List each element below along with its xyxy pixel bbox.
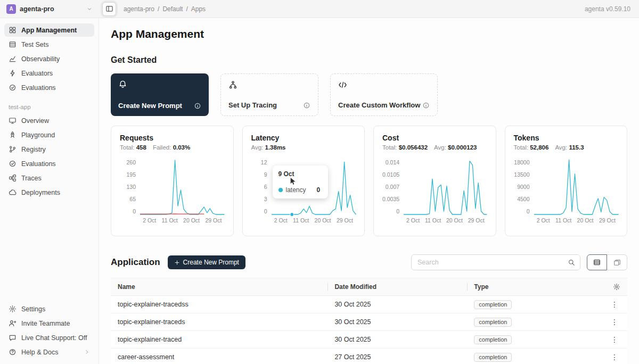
type-badge: completion: [474, 353, 512, 362]
series-dot-icon: [278, 188, 283, 192]
kebab-menu-icon[interactable]: ⋮: [609, 353, 620, 361]
create-new-prompt-button[interactable]: Create New Prompt: [168, 255, 245, 269]
get-started-card-set-up-tracing[interactable]: Set Up Tracing: [220, 73, 318, 116]
sidebar-item-overview[interactable]: Overview: [4, 114, 94, 127]
metric-title: Cost: [382, 134, 487, 142]
table-row[interactable]: topic-explainer-traced30 Oct 2025complet…: [111, 331, 627, 349]
code-icon: [338, 80, 430, 89]
sidebar-item-label: Overview: [21, 117, 49, 125]
sidebar-item-label: Test Sets: [21, 41, 48, 48]
table-row[interactable]: career-assessment27 Oct 2025completion⋮: [111, 349, 627, 364]
sidebar-item-registry[interactable]: Registry: [4, 143, 94, 156]
kebab-menu-icon[interactable]: ⋮: [609, 318, 620, 326]
table-header: Name Date Modified Type: [111, 278, 627, 296]
x-axis-labels: 2 Oct11 Oct20 Oct29 Oct: [534, 217, 619, 224]
sidebar-item-label: Evaluations: [21, 160, 56, 168]
cost-line-chart: [404, 159, 487, 214]
search-input[interactable]: [412, 255, 563, 270]
tracing-icon: [228, 80, 310, 89]
app-date-modified: 30 Oct 2025: [327, 318, 467, 326]
sidebar-item-label: Playground: [21, 131, 55, 139]
sidebar-toggle-button[interactable]: [102, 2, 116, 16]
question-icon: [9, 348, 17, 356]
get-started-card-create-custom-workflow[interactable]: Create Custom Workflow: [330, 73, 438, 116]
type-badge: completion: [474, 318, 512, 327]
cloud-icon: [9, 188, 17, 196]
app-version: agenta v0.59.10: [585, 5, 639, 13]
card-view-button[interactable]: [607, 254, 627, 270]
sidebar-item-app-management[interactable]: App Management: [4, 23, 94, 37]
chart-tooltip: 9 Octlatency0: [273, 166, 328, 198]
metric-card-cost: CostTotal: $0.056432Avg: $0.00012300.003…: [373, 126, 496, 236]
x-axis-labels: 2 Oct11 Oct20 Oct29 Oct: [404, 217, 487, 224]
get-started-card-label: Set Up Tracing: [228, 101, 277, 109]
app-date-modified: 27 Oct 2025: [327, 353, 467, 361]
column-header-date-modified[interactable]: Date Modified: [327, 283, 467, 291]
panel-left-icon: [105, 5, 113, 13]
sidebar-app-nav: OverviewPlaygroundRegistryEvaluationsTra…: [4, 114, 94, 200]
breadcrumb-workspace[interactable]: agenta-pro: [124, 5, 154, 13]
sidebar-item-test-sets[interactable]: Test Sets: [4, 38, 94, 51]
info-icon[interactable]: [303, 102, 310, 109]
chevron-down-icon: [86, 6, 93, 12]
metric-card-latency: LatencyAvg: 1.38ms0369122 Oct11 Oct20 Oc…: [242, 126, 365, 236]
badge-check-icon: [9, 84, 17, 92]
table-settings-gear-icon[interactable]: [613, 283, 620, 291]
metric-stat: Avg: 1.38ms: [251, 144, 286, 151]
breadcrumb-page[interactable]: Apps: [191, 5, 206, 13]
kebab-menu-icon[interactable]: ⋮: [609, 335, 620, 344]
sidebar-item-observability[interactable]: Observability: [4, 52, 94, 65]
metric-stat: Avg: 115.3: [555, 144, 584, 151]
sidebar-item-evaluations[interactable]: Evaluations: [4, 157, 94, 170]
sidebar-item-playground[interactable]: Playground: [4, 128, 94, 142]
sidebar: App ManagementTest SetsObservabilityEval…: [0, 18, 99, 364]
tooltip-value: 0: [317, 186, 321, 194]
kebab-menu-icon[interactable]: ⋮: [609, 300, 620, 309]
sidebar-item-evaluations[interactable]: Evaluations: [4, 81, 94, 94]
sidebar-item-label: Registry: [21, 146, 46, 153]
gear-icon: [9, 305, 17, 313]
git-branch-icon: [9, 145, 17, 153]
info-icon[interactable]: [422, 102, 430, 109]
breadcrumb-project[interactable]: Default: [162, 5, 183, 13]
sidebar-item-label: App Management: [21, 27, 77, 34]
metric-stat: Total: 52,806: [514, 144, 549, 151]
sidebar-item-settings[interactable]: Settings: [4, 302, 94, 316]
metric-title: Requests: [120, 134, 225, 142]
search-button[interactable]: [563, 255, 580, 270]
sidebar-item-label: Evaluators: [21, 70, 53, 77]
sidebar-item-help-docs[interactable]: Help & Docs: [4, 345, 94, 359]
column-header-name[interactable]: Name: [111, 283, 327, 291]
y-axis-labels: 0450090001350018000: [514, 159, 530, 214]
table-view-button[interactable]: [587, 254, 607, 270]
sidebar-item-deployments[interactable]: Deployments: [4, 186, 94, 199]
table-row[interactable]: topic-explainer-tracedss30 Oct 2025compl…: [111, 296, 627, 313]
table-view-icon: [593, 259, 601, 266]
create-new-prompt-label: Create New Prompt: [183, 259, 239, 266]
plus-icon: [174, 260, 180, 266]
column-header-type[interactable]: Type: [467, 283, 596, 291]
bell-icon: [118, 80, 201, 89]
app-name: career-assessment: [111, 353, 327, 361]
requests-line-chart: [140, 159, 225, 214]
breadcrumb-separator: /: [186, 5, 187, 13]
type-badge: completion: [474, 300, 512, 309]
breadcrumb: agenta-pro / Default / Apps: [124, 5, 206, 13]
chart-line-icon: [9, 55, 17, 63]
desktop-icon: [9, 117, 17, 125]
sidebar-item-live-chat-support-off[interactable]: Live Chat Support: Off: [4, 331, 94, 344]
app-name: topic-explainer-tracedss: [111, 301, 327, 308]
workspace-switcher[interactable]: A agenta-pro: [0, 0, 99, 18]
y-axis-labels: 036912: [251, 159, 267, 214]
tooltip-date: 9 Oct: [278, 170, 322, 178]
cards-view-icon: [613, 259, 621, 266]
get-started-card-create-new-prompt[interactable]: Create New Prompt: [111, 73, 209, 116]
table-row[interactable]: topic-explainer-traceds30 Oct 2025comple…: [111, 313, 627, 331]
info-icon[interactable]: [194, 102, 201, 110]
sidebar-item-evaluators[interactable]: Evaluators: [4, 67, 94, 80]
main-content: App Management Get Started Create New Pr…: [99, 18, 639, 364]
sidebar-item-invite-teammate[interactable]: Invite Teammate: [4, 317, 94, 330]
sidebar-item-traces[interactable]: Traces: [4, 171, 94, 185]
tree-icon: [9, 174, 17, 182]
chat-icon: [9, 334, 17, 342]
